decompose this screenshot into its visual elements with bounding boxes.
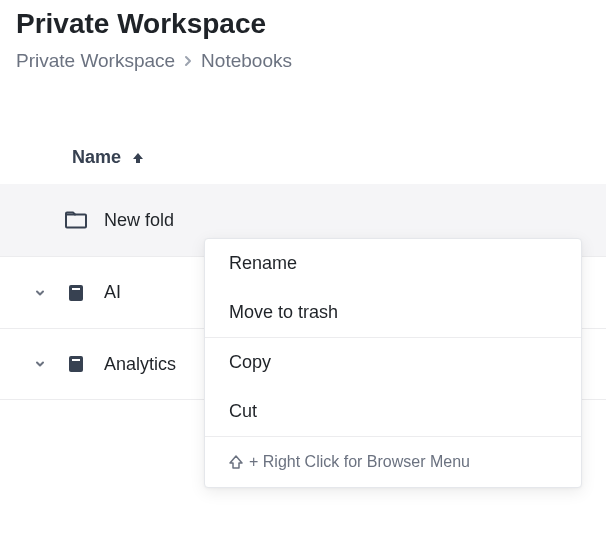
breadcrumb-item-root[interactable]: Private Workspace	[16, 50, 175, 72]
sort-ascending-icon	[131, 151, 145, 165]
notebook-icon	[64, 354, 88, 374]
svg-rect-2	[72, 288, 80, 290]
menu-item-move-to-trash[interactable]: Move to trash	[205, 288, 581, 337]
column-header-label: Name	[72, 147, 121, 168]
chevron-right-icon	[183, 54, 193, 68]
chevron-down-icon[interactable]	[32, 287, 48, 299]
column-header-name[interactable]: Name	[0, 147, 606, 184]
row-label: New fold	[104, 210, 590, 231]
menu-footer-text: + Right Click for Browser Menu	[249, 453, 470, 471]
chevron-down-icon[interactable]	[32, 358, 48, 370]
svg-rect-1	[69, 285, 83, 301]
menu-footer-hint: + Right Click for Browser Menu	[205, 437, 581, 487]
shift-key-icon	[229, 455, 243, 469]
svg-rect-3	[69, 356, 83, 372]
context-menu: Rename Move to trash Copy Cut + Right Cl…	[204, 238, 582, 488]
menu-item-cut[interactable]: Cut	[205, 387, 581, 436]
page-title: Private Workspace	[0, 0, 606, 50]
breadcrumb: Private Workspace Notebooks	[0, 50, 606, 92]
notebook-icon	[64, 283, 88, 303]
menu-item-copy[interactable]: Copy	[205, 338, 581, 387]
svg-rect-0	[66, 215, 86, 228]
folder-icon	[64, 211, 88, 229]
svg-rect-4	[72, 359, 80, 361]
breadcrumb-item-notebooks[interactable]: Notebooks	[201, 50, 292, 72]
menu-item-rename[interactable]: Rename	[205, 239, 581, 288]
